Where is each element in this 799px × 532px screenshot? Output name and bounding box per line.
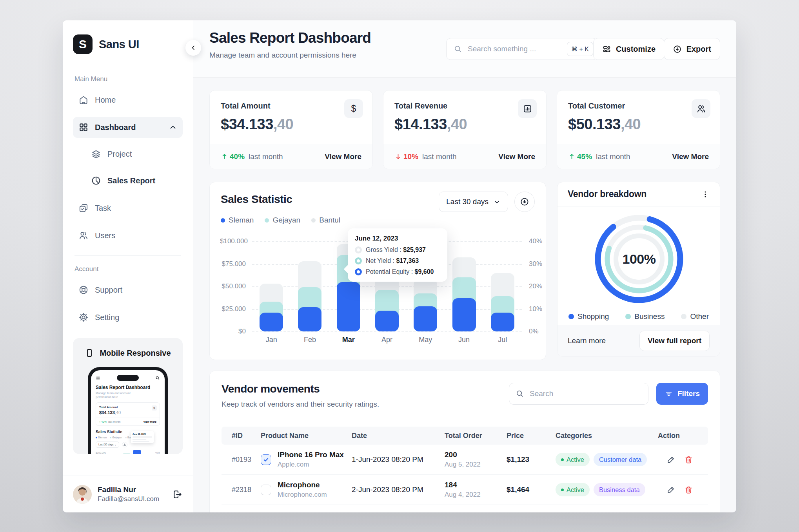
legend-item-gejayan[interactable]: Gejayan (265, 216, 300, 224)
y-axis-label-left: $25.000 (220, 305, 246, 313)
search-icon (454, 45, 462, 53)
global-search[interactable]: ⌘ + K (446, 38, 597, 60)
legend-dot (221, 218, 225, 223)
x-axis-label: Mar (329, 336, 368, 344)
delta-down: 10% (394, 152, 418, 161)
table-search-input[interactable] (529, 389, 642, 398)
stat-card-total-revenue: Total Revenue $14.133,40 10% last month … (383, 90, 547, 169)
sidebar-item-sales-report[interactable]: Sales Report (85, 170, 183, 191)
app-window: S Sans UI Main Menu Home Dashboard Proj (63, 20, 736, 512)
sidebar-item-home[interactable]: Home (73, 89, 183, 110)
donut-legend: ShoppingBusinessOther (557, 312, 720, 321)
y-axis-label-right: 20% (529, 282, 542, 290)
category-badge: Business data (594, 483, 645, 496)
sidebar-item-label: Support (95, 286, 122, 295)
tooltip-date: June 12, 2023 (355, 235, 440, 242)
gear-icon (78, 312, 89, 322)
sidebar-item-project[interactable]: Project (85, 143, 183, 165)
chevron-up-icon (169, 123, 177, 132)
edit-icon[interactable] (666, 455, 676, 464)
sidebar-item-users[interactable]: Users (73, 225, 183, 246)
legend-dot (311, 218, 316, 223)
total-order: 200 (445, 451, 507, 459)
profile-email: Fadilla@sansUI.com (98, 495, 159, 503)
row-checkbox[interactable] (261, 485, 271, 495)
vendor-movements-title: Vendor movements (222, 383, 320, 395)
x-axis-label: Apr (368, 336, 406, 344)
avatar[interactable] (73, 485, 92, 504)
donut-legend-shopping: Shopping (568, 312, 609, 321)
order-date: Aug 4, 2022 (445, 491, 507, 499)
table-search[interactable] (509, 383, 648, 405)
product-name: iPhone 16 Pro Max (278, 451, 344, 459)
gross-yield-ring-icon (355, 246, 362, 253)
sidebar-item-label: Task (95, 204, 111, 213)
date-range-dropdown[interactable]: Last 30 days (439, 192, 508, 212)
profile-name: Fadilla Nur (98, 485, 159, 494)
y-axis-label-left: $100.000 (220, 237, 246, 245)
search-input[interactable] (467, 44, 562, 54)
row-checkbox[interactable] (261, 454, 271, 465)
delta-period: last month (596, 152, 630, 161)
y-axis-label-left: $50.000 (220, 282, 246, 290)
sidebar-collapse-button[interactable] (185, 40, 201, 56)
product-vendor: Apple.com (278, 461, 344, 469)
legend-dot (681, 314, 686, 319)
view-more-link[interactable]: View More (672, 152, 709, 161)
sidebar-item-setting[interactable]: Setting (73, 307, 183, 328)
view-more-link[interactable]: View More (325, 152, 361, 161)
bar-jun[interactable] (452, 241, 476, 331)
learn-more-link[interactable]: Learn more (568, 337, 606, 345)
y-axis-label-right: 30% (529, 260, 542, 268)
kebab-menu-icon[interactable] (701, 190, 710, 199)
customize-button[interactable]: Customize (593, 38, 665, 60)
legend-item-sleman[interactable]: Sleman (221, 216, 254, 224)
home-icon (78, 95, 89, 105)
view-more-link[interactable]: View More (498, 152, 535, 161)
sales-statistic-title: Sales Statistic (221, 193, 292, 206)
filters-button[interactable]: Filters (656, 383, 708, 405)
sidebar-item-task[interactable]: Task (73, 197, 183, 219)
sidebar-section-account: Account (74, 265, 181, 273)
dashboard-grid-icon (78, 122, 89, 132)
main-content: Sales Report Dashboard Manage team and a… (193, 20, 736, 512)
chevron-down-icon (493, 198, 501, 206)
sidebar-item-support[interactable]: Support (73, 279, 183, 300)
row-date: 1-Jun-2023 08:20 PM (352, 455, 445, 464)
users-icon (692, 99, 710, 118)
y-axis-label-right: 10% (529, 305, 542, 313)
logout-icon[interactable] (173, 489, 183, 499)
mobile-subtitle: Manage team and account permissions here (96, 391, 139, 399)
search-icon (155, 376, 160, 380)
delete-icon[interactable] (684, 485, 693, 494)
view-full-report-button[interactable]: View full report (639, 331, 710, 351)
x-axis-label: Jun (445, 336, 483, 344)
legend-item-bantul[interactable]: Bantul (311, 216, 340, 224)
delta-period: last month (422, 152, 457, 161)
bar-feb[interactable] (298, 241, 321, 331)
bar-jul[interactable] (491, 241, 514, 331)
export-button[interactable]: Export (664, 38, 720, 60)
page-title: Sales Report Dashboard (209, 30, 371, 46)
vendor-movements-card: Vendor movements Keep track of vendors a… (209, 371, 720, 512)
edit-icon[interactable] (666, 485, 676, 494)
phone-mockup: Sales Report Dashboard Manage team and a… (88, 367, 168, 454)
brand: S Sans UI (73, 34, 183, 54)
chart-download-button[interactable] (514, 192, 535, 212)
brand-name: Sans UI (99, 38, 139, 51)
y-axis-label-right: 0% (529, 328, 539, 335)
vendor-movements-subtitle: Keep track of vendors and their security… (222, 400, 379, 409)
order-date: Aug 5, 2022 (445, 461, 507, 469)
bar-jan[interactable] (260, 241, 283, 331)
product-name: Microphone (278, 481, 327, 489)
sidebar-section-main: Main Menu (74, 75, 181, 83)
delete-icon[interactable] (684, 455, 693, 464)
filter-icon (665, 390, 673, 398)
status-badge: Active (556, 453, 590, 466)
mobile-mini-bars (112, 450, 151, 454)
legend-dot (625, 314, 631, 319)
profile-block: Fadilla Nur Fadilla@sansUI.com (63, 476, 193, 512)
delta-up: 45% (568, 152, 592, 161)
mobile-responsive-card: Mobile Responsive Sales Report Dashboard (73, 338, 183, 454)
sidebar-item-dashboard[interactable]: Dashboard (73, 117, 183, 138)
